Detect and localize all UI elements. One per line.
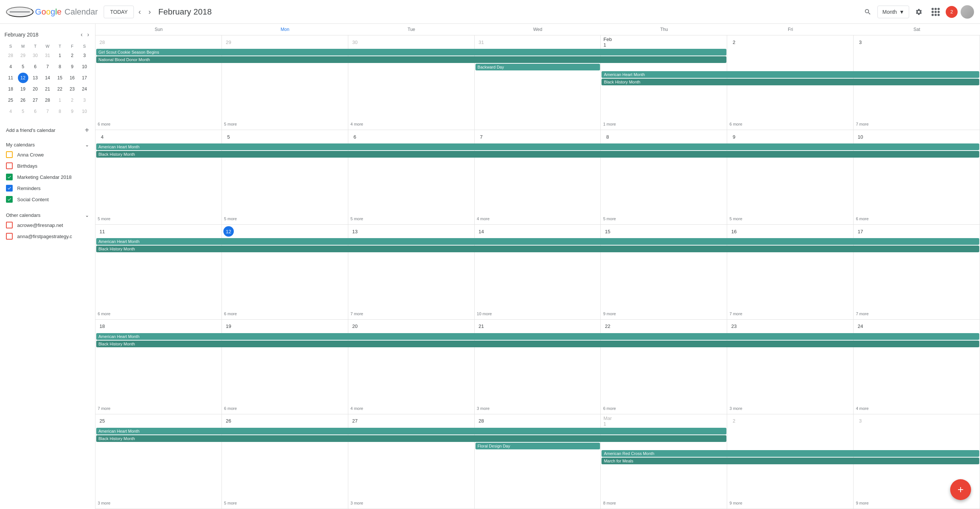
avatar[interactable]: [961, 5, 974, 19]
mini-cal-day[interactable]: 10: [80, 62, 90, 72]
apps-button[interactable]: [929, 5, 943, 19]
my-calendar-item[interactable]: Birthdays: [0, 160, 95, 171]
mini-cal-prev[interactable]: ‹: [79, 30, 84, 40]
settings-button[interactable]: [912, 5, 926, 19]
mini-cal-day[interactable]: 3: [80, 95, 90, 105]
mini-cal-day[interactable]: 16: [67, 73, 78, 83]
more-events-link[interactable]: 6 more: [222, 311, 348, 316]
more-events-link[interactable]: 6 more: [727, 122, 854, 127]
my-calendars-header[interactable]: My calendars ⌄: [0, 141, 95, 149]
mini-cal-day[interactable]: 11: [6, 73, 16, 83]
span-event[interactable]: Backward Day: [476, 64, 600, 70]
cal-day-number[interactable]: 29: [223, 37, 234, 47]
mini-cal-day[interactable]: 14: [43, 73, 53, 83]
span-event[interactable]: March for Meals: [601, 458, 979, 464]
mini-cal-day[interactable]: 7: [43, 62, 53, 72]
cal-day-number[interactable]: 2: [729, 416, 739, 426]
mini-cal-day[interactable]: 28: [6, 50, 16, 61]
more-events-link[interactable]: 6 more: [95, 311, 222, 316]
notification-button[interactable]: 2: [946, 6, 958, 18]
span-event[interactable]: Girl Scout Cookie Season Begins: [96, 49, 726, 55]
cal-day-number[interactable]: 18: [97, 321, 107, 331]
mini-cal-day[interactable]: 4: [6, 106, 16, 117]
more-events-link[interactable]: 4 more: [348, 406, 475, 411]
mini-cal-day[interactable]: 6: [30, 106, 41, 117]
mini-cal-day[interactable]: 15: [55, 73, 65, 83]
more-events-link[interactable]: 9 more: [601, 311, 727, 316]
mini-cal-day[interactable]: 5: [18, 106, 28, 117]
more-events-link[interactable]: 4 more: [854, 406, 980, 411]
cal-day-number[interactable]: 2: [729, 37, 739, 47]
cal-day-number[interactable]: 25: [97, 416, 107, 426]
more-events-link[interactable]: 6 more: [95, 122, 222, 127]
mini-cal-day[interactable]: 21: [43, 84, 53, 94]
more-events-link[interactable]: 3 more: [475, 406, 601, 411]
cal-day-number[interactable]: 30: [350, 37, 360, 47]
mini-cal-day[interactable]: 26: [18, 95, 28, 105]
mini-cal-day[interactable]: 30: [30, 50, 41, 61]
cal-day-number[interactable]: 28: [476, 416, 487, 426]
next-button[interactable]: ›: [145, 5, 154, 19]
more-events-link[interactable]: 5 more: [601, 216, 727, 221]
other-calendars-header[interactable]: Other calendars ⌄: [0, 211, 95, 219]
more-events-link[interactable]: 8 more: [601, 500, 727, 506]
more-events-link[interactable]: 6 more: [222, 406, 348, 411]
mini-cal-day[interactable]: 17: [80, 73, 90, 83]
logo[interactable]: Google Calendar: [35, 7, 98, 17]
more-events-link[interactable]: 9 more: [727, 500, 854, 506]
cal-day-number[interactable]: 5: [223, 132, 234, 142]
my-calendar-item[interactable]: Anna Crowe: [0, 149, 95, 160]
mini-cal-day[interactable]: 9: [67, 106, 78, 117]
mini-cal-day[interactable]: 12: [18, 73, 28, 83]
mini-cal-day[interactable]: 29: [18, 50, 28, 61]
cal-day-number[interactable]: 15: [602, 226, 612, 236]
add-friend-section[interactable]: Add a friend's calendar +: [0, 123, 95, 138]
more-events-link[interactable]: 3 more: [727, 406, 854, 411]
more-events-link[interactable]: 7 more: [854, 311, 980, 316]
mini-cal-day[interactable]: 6: [30, 62, 41, 72]
cal-day-number[interactable]: 13: [350, 226, 360, 236]
my-calendar-item[interactable]: Marketing Calendar 2018: [0, 171, 95, 182]
more-events-link[interactable]: 7 more: [727, 311, 854, 316]
cal-day-number[interactable]: 20: [350, 321, 360, 331]
more-events-link[interactable]: 4 more: [348, 122, 475, 127]
my-calendar-item[interactable]: Reminders: [0, 182, 95, 194]
cal-day-number[interactable]: 7: [476, 132, 487, 142]
more-events-link[interactable]: 3 more: [348, 500, 475, 506]
cal-day-number[interactable]: 24: [855, 321, 865, 331]
mini-cal-day[interactable]: 10: [80, 106, 90, 117]
mini-cal-day[interactable]: 20: [30, 84, 41, 94]
cal-day-number[interactable]: 3: [855, 416, 865, 426]
mini-cal-day[interactable]: 7: [43, 106, 53, 117]
mini-cal-next[interactable]: ›: [86, 30, 91, 40]
more-events-link[interactable]: 1 more: [601, 122, 727, 127]
mini-cal-day[interactable]: 19: [18, 84, 28, 94]
mini-cal-day[interactable]: 24: [80, 84, 90, 94]
prev-button[interactable]: ‹: [135, 5, 144, 19]
mini-cal-day[interactable]: 28: [43, 95, 53, 105]
cal-day-number[interactable]: 19: [223, 321, 234, 331]
mini-cal-day[interactable]: 22: [55, 84, 65, 94]
more-events-link[interactable]: 7 more: [348, 311, 475, 316]
span-event[interactable]: American Heart Month: [601, 71, 979, 78]
mini-cal-day[interactable]: 8: [55, 106, 65, 117]
cal-day-number[interactable]: 28: [97, 37, 107, 47]
mini-cal-day[interactable]: 18: [6, 84, 16, 94]
cal-day-number[interactable]: 27: [350, 416, 360, 426]
other-calendar-item[interactable]: anna@firstpagestrategy.c: [0, 231, 95, 242]
mini-cal-day[interactable]: 25: [6, 95, 16, 105]
more-events-link[interactable]: 6 more: [601, 406, 727, 411]
mini-cal-day[interactable]: 1: [55, 50, 65, 61]
more-events-link[interactable]: 5 more: [222, 122, 348, 127]
cal-day-number[interactable]: 17: [855, 226, 865, 236]
view-selector[interactable]: Month ▼: [877, 6, 909, 18]
cal-day-number[interactable]: 3: [855, 37, 865, 47]
more-events-link[interactable]: 5 more: [348, 216, 475, 221]
span-event[interactable]: Black History Month: [601, 79, 979, 85]
more-events-link[interactable]: 4 more: [475, 216, 601, 221]
mini-cal-day[interactable]: 27: [30, 95, 41, 105]
more-events-link[interactable]: 10 more: [475, 311, 601, 316]
span-event[interactable]: American Heart Month: [96, 238, 979, 245]
cal-day-number[interactable]: 11: [97, 226, 107, 236]
mini-cal-day[interactable]: 5: [18, 62, 28, 72]
